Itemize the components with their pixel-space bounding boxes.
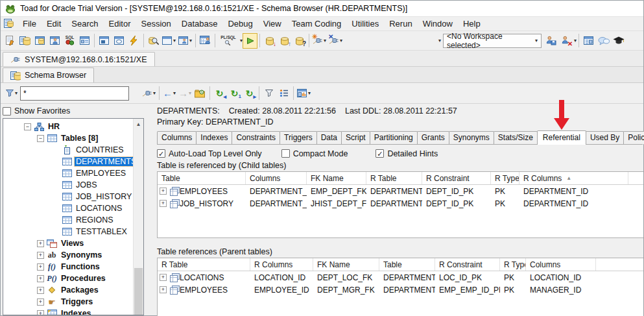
menu-file[interactable]: File (18, 18, 42, 30)
tab-referential[interactable]: Referential (537, 130, 586, 145)
col-r-type[interactable]: R Type (491, 172, 519, 184)
tree-node-locations[interactable]: LOCATIONS (3, 202, 143, 214)
team-coding-button[interactable] (198, 33, 213, 49)
describe-objects-button[interactable]: ? (292, 33, 307, 49)
new-editor-button[interactable] (3, 33, 18, 49)
collapse-icon[interactable]: − (37, 135, 44, 142)
session-browser-button[interactable] (47, 33, 62, 49)
tab-indexes[interactable]: Indexes (196, 131, 232, 144)
forward-button[interactable]: →▾ (177, 86, 193, 101)
scrollbar-thumb[interactable] (134, 268, 143, 315)
tree-node-job-history[interactable]: JOB_HISTORY (3, 191, 143, 202)
tree-node-hr[interactable]: − HR (3, 121, 143, 132)
expand-icon[interactable]: + (37, 298, 44, 306)
save-workspace-button[interactable] (543, 33, 558, 49)
refresh-item-button[interactable]: ↻◂ (212, 86, 227, 101)
schema-browser-button[interactable] (18, 33, 32, 49)
tab-data[interactable]: Data (316, 131, 342, 144)
show-favorites-option[interactable]: Show Favorites (3, 105, 144, 117)
menu-session[interactable]: Session (136, 18, 176, 30)
compact-mode-checkbox[interactable] (281, 149, 290, 158)
expand-icon[interactable]: + (37, 310, 44, 316)
windows-menu-button[interactable]: ▾ (161, 33, 177, 49)
col-r-table[interactable]: R Table (366, 172, 422, 184)
tab-synonyms[interactable]: Synonyms (449, 131, 494, 144)
execute-script-button[interactable] (126, 33, 141, 49)
tab-used-by[interactable]: Used By (586, 131, 624, 144)
tree-node-employees[interactable]: EMPLOYEES (3, 167, 143, 179)
menu-database[interactable]: Database (176, 18, 223, 30)
tree-node-testtablex[interactable]: TESTTABLEX (3, 226, 143, 237)
tab-constraints[interactable]: Constraints (232, 131, 280, 144)
expand-icon[interactable]: + (160, 188, 167, 195)
menu-edit[interactable]: Edit (42, 18, 66, 30)
import-data-button[interactable]: ↓ (262, 33, 277, 49)
tree-node-tables[interactable]: − Tables [8] (3, 132, 143, 144)
expand-icon[interactable]: + (37, 287, 44, 294)
show-favorites-checkbox[interactable] (3, 107, 11, 115)
tab-grants[interactable]: Grants (417, 131, 449, 144)
quick-describe-button[interactable] (77, 33, 92, 49)
tab-columns[interactable]: Columns (157, 131, 197, 144)
filter-data-button[interactable] (261, 86, 276, 101)
col-r-type[interactable]: R Type (500, 258, 526, 271)
col-r-columns[interactable]: R Columns▲ (519, 172, 628, 184)
table-row[interactable]: +LOCATIONS LOCATION_ID DEPT_LOC_FK DEPAR… (158, 271, 643, 284)
new-connection-button[interactable]: ✳▾ (311, 33, 328, 49)
refresh-list-button[interactable]: ↻1 (227, 86, 242, 101)
delete-workspace-button[interactable]: ✕ (558, 33, 573, 49)
col-columns[interactable]: Columns (526, 258, 596, 271)
tree-node-synonyms[interactable]: + ab Synonyms (3, 249, 143, 261)
expand-icon[interactable]: + (37, 263, 44, 271)
plsql-debugger-button[interactable]: PL/SQL (217, 33, 239, 49)
connections-button[interactable]: ▾ (141, 86, 157, 101)
back-button[interactable]: ←▾ (161, 86, 177, 101)
tree-node-regions[interactable]: REGIONS (3, 214, 143, 226)
detailed-hints-checkbox[interactable]: ✓ (376, 149, 384, 158)
table-row[interactable]: +JOB_HISTORY DEPARTMENT_ID JHIST_DEPT_FK… (158, 197, 643, 210)
expand-icon[interactable]: + (160, 200, 167, 207)
scroll-up-icon[interactable]: ▲ (134, 119, 143, 129)
tree-scrollbar[interactable]: ▲ (133, 119, 143, 315)
feedback-button[interactable] (596, 33, 611, 49)
tab-partitioning[interactable]: Partitioning (370, 131, 418, 144)
run-button[interactable] (243, 33, 257, 49)
recent-connections-dropdown[interactable]: ▾ (344, 34, 441, 48)
col-r-columns[interactable]: R Columns (250, 258, 313, 271)
auto-load-checkbox[interactable]: ✓ (157, 149, 165, 158)
col-table[interactable]: Table (158, 172, 246, 184)
expand-icon[interactable]: + (160, 274, 167, 281)
tree-node-countries[interactable]: COUNTRIES (3, 144, 143, 156)
workspace-select[interactable]: <No Workspace selected> ▾ (443, 34, 542, 48)
table-row[interactable]: +EMPLOYEES EMPLOYEE_ID DEPT_MGR_FK DEPAR… (158, 284, 643, 296)
menu-window[interactable]: Window (418, 18, 458, 30)
tree-node-triggers[interactable]: + ☛ Triggers (3, 296, 143, 308)
collapse-icon[interactable]: − (24, 123, 31, 130)
end-connection-button[interactable]: ✕▾ (328, 33, 344, 49)
menu-search[interactable]: Search (66, 18, 103, 30)
menu-team-coding[interactable]: Team Coding (287, 18, 347, 30)
object-filter-input[interactable] (20, 86, 129, 101)
col-r-constraint[interactable]: R Constraint (422, 172, 491, 184)
project-manager-button[interactable] (97, 33, 112, 49)
tree-node-views[interactable]: + Views (3, 237, 143, 249)
output-window-button[interactable] (112, 33, 126, 49)
object-search-button[interactable] (146, 33, 161, 49)
tab-triggers[interactable]: Triggers (280, 131, 317, 144)
export-data-button[interactable]: ↑ (277, 33, 292, 49)
tab-stats-size[interactable]: Stats/Size (494, 131, 538, 144)
menu-view[interactable]: View (258, 18, 287, 30)
expand-icon[interactable]: + (37, 275, 44, 282)
browser-style-button[interactable]: ▾ (296, 86, 312, 101)
table-row[interactable]: +EMPLOYEES DEPARTMENT_ID EMP_DEPT_FK DEP… (158, 185, 643, 197)
toad-reports-button[interactable] (581, 33, 596, 49)
col-fk-name[interactable]: FK Name (313, 258, 379, 271)
menu-editor[interactable]: Editor (104, 18, 136, 30)
expand-icon[interactable]: + (37, 240, 44, 247)
learn-toad-button[interactable] (611, 33, 626, 49)
col-table[interactable]: Table (379, 258, 435, 271)
tree-node-indexes[interactable]: + Indexes (3, 308, 143, 315)
menu-help[interactable]: Help (458, 18, 486, 30)
editor-window-button[interactable] (32, 33, 47, 49)
tree-node-departments[interactable]: DEPARTMENTS (3, 156, 143, 167)
